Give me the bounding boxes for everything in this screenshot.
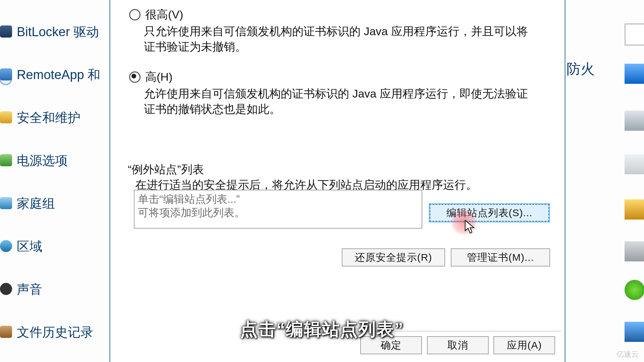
watermark: 亿速云: [616, 349, 639, 359]
cp-item-sound[interactable]: 声音: [17, 281, 42, 298]
cp-item-security[interactable]: 安全和维护: [17, 109, 80, 126]
exception-list-title: “例外站点”列表: [128, 162, 204, 177]
placeholder-line: 可将项添加到此列表。: [138, 206, 418, 219]
region-icon: [0, 240, 12, 252]
safe-icon: [625, 199, 644, 220]
windows-togo-icon: [625, 64, 644, 84]
java-control-panel-dialog: 很高(V) 只允许使用来自可信颁发机构的证书标识的 Java 应用程序运行，并且…: [109, 0, 566, 362]
placeholder-line: 单击“编辑站点列表...”: [138, 192, 418, 206]
radio-icon: [129, 71, 141, 83]
video-caption: 点击“编辑站点列表”: [0, 318, 644, 341]
cp-item-bitlocker[interactable]: BitLocker 驱动: [17, 23, 99, 41]
security-icon: [0, 111, 12, 123]
storage-spaces-icon: [625, 111, 644, 131]
power-icon: [0, 154, 12, 166]
cp-item-homegroup[interactable]: 家庭组: [17, 195, 55, 212]
sync-icon: [625, 280, 644, 300]
bitlocker-icon: [0, 25, 12, 38]
radio-high-desc: 允许使用来自可信颁发机构的证书标识的 Java 应用程序运行，即使无法验证证书的…: [144, 86, 533, 117]
hardware-icon: [625, 241, 644, 261]
radio-icon: [129, 9, 141, 20]
cp-item-power[interactable]: 电源选项: [17, 152, 68, 169]
radio-high[interactable]: 高(H): [129, 69, 172, 85]
radio-very-high[interactable]: 很高(V): [129, 7, 183, 22]
radio-very-high-desc: 只允许使用来自可信颁发机构的证书标识的 Java 应用程序运行，并且可以将证书验…: [144, 24, 533, 55]
remoteapp-icon: [0, 68, 12, 80]
document-icon: [625, 23, 644, 46]
radio-very-high-label: 很高(V): [145, 7, 183, 22]
exception-site-list[interactable]: 单击“编辑站点列表...” 可将项添加到此列表。: [134, 190, 422, 229]
sound-icon: [0, 283, 12, 295]
manage-certs-button[interactable]: 管理证书(M)...: [451, 248, 550, 266]
restore-prompts-button[interactable]: 还原安全提示(R): [342, 248, 445, 266]
cp-item-remoteapp[interactable]: RemoteApp 和: [17, 66, 100, 83]
device-icon: [625, 154, 644, 174]
homegroup-icon: [0, 197, 12, 209]
edit-site-list-button[interactable]: 编辑站点列表(S)...: [429, 204, 549, 222]
cp-item-region[interactable]: 区域: [17, 238, 42, 255]
radio-high-label: 高(H): [145, 69, 172, 85]
